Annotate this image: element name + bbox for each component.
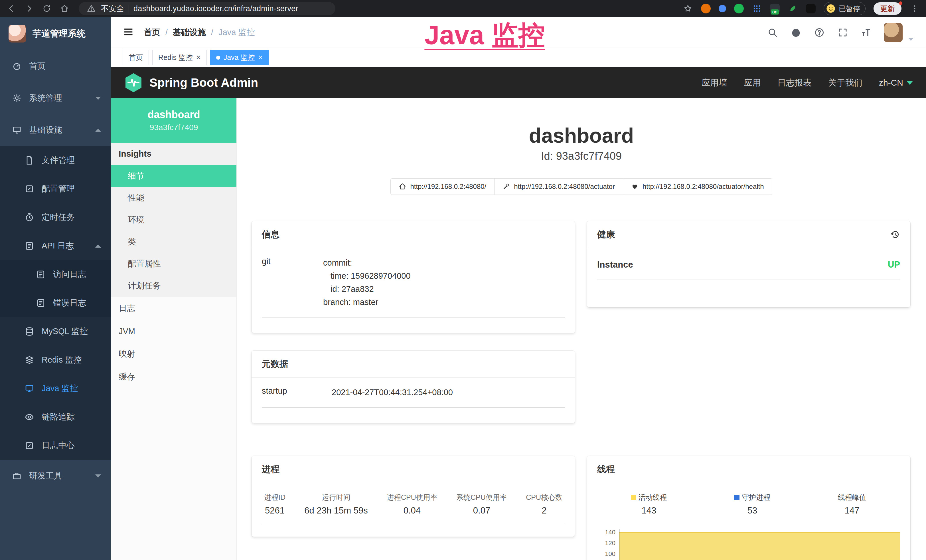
avatar-caret-icon (908, 38, 914, 41)
sba-item-details[interactable]: 细节 (111, 165, 236, 187)
sidebar-item-dev-tools[interactable]: 研发工具 (0, 460, 111, 492)
sba-item-loggers[interactable]: 日志 (111, 297, 236, 320)
caret-down-icon (906, 81, 913, 85)
metadata-startup-label: startup (262, 386, 332, 399)
sba-instance-block[interactable]: dashboard 93a3fc7f7409 (111, 98, 236, 143)
extension-icon-on[interactable]: on (770, 4, 780, 14)
info-card-title: 信息 (262, 229, 280, 241)
bookmark-star-icon[interactable] (683, 3, 693, 14)
dashboard-icon (12, 61, 22, 71)
sba-nav-wallboard[interactable]: 应用墙 (702, 77, 727, 89)
close-icon[interactable] (258, 54, 263, 61)
instance-title: dashboard (237, 124, 926, 147)
home-icon[interactable] (59, 3, 70, 14)
history-icon[interactable] (890, 230, 900, 239)
sidebar-item-api-log[interactable]: API 日志 (0, 232, 111, 260)
threads-area-fill (619, 532, 900, 560)
search-icon[interactable] (767, 27, 778, 38)
sba-item-environment[interactable]: 环境 (111, 209, 236, 231)
font-size-icon[interactable] (860, 27, 872, 38)
app-title: 芋道管理系统 (33, 28, 86, 40)
extension-icon-orange[interactable] (701, 4, 711, 14)
timer-icon (24, 212, 34, 222)
tab-java-monitor[interactable]: Java 监控 (210, 50, 269, 65)
sba-nav-journal[interactable]: 日志报表 (778, 77, 812, 89)
breadcrumb-section[interactable]: 基础设施 (173, 27, 218, 38)
sidebar-item-config-mgmt[interactable]: 配置管理 (0, 175, 111, 203)
github-icon[interactable] (790, 27, 802, 38)
forward-icon[interactable] (24, 3, 34, 14)
sidebar-item-mysql-monitor[interactable]: MySQL 监控 (0, 317, 111, 346)
fullscreen-icon[interactable] (837, 27, 849, 38)
user-avatar[interactable] (884, 23, 903, 42)
hamburger-icon[interactable] (123, 26, 134, 39)
app-logo[interactable]: 芋道管理系统 (0, 17, 111, 50)
sidebar-item-scheduled-jobs[interactable]: 定时任务 (0, 203, 111, 232)
back-icon[interactable] (6, 3, 17, 14)
extension-icon-leaf[interactable] (788, 3, 798, 14)
sidebar-item-access-log[interactable]: 访问日志 (0, 260, 111, 289)
close-icon[interactable] (196, 54, 201, 61)
browser-menu-icon[interactable] (909, 3, 920, 14)
sba-item-config-props[interactable]: 配置属性 (111, 253, 236, 275)
health-instance-label: Instance (597, 260, 633, 270)
sidebar-item-tracing[interactable]: 链路追踪 (0, 403, 111, 431)
extension-icon-puzzle[interactable] (806, 4, 816, 14)
tab-home[interactable]: 首页 (123, 50, 149, 65)
sba-item-caches[interactable]: 缓存 (111, 365, 236, 388)
breadcrumb: 首页 基础设施 Java 监控 (144, 27, 255, 38)
address-bar[interactable]: 不安全 dashboard.yudao.iocoder.cn/infra/adm… (79, 2, 335, 15)
redis-icon (24, 355, 34, 365)
reload-icon[interactable] (42, 3, 52, 14)
service-url-button[interactable]: http://192.168.0.2:48080/ (390, 178, 495, 195)
update-button[interactable]: 更新 (873, 2, 902, 15)
actuator-url-button[interactable]: http://192.168.0.2:48080/actuator (494, 178, 623, 195)
divider (129, 5, 129, 12)
info-git-row: git commit: time: 1596289704000 id: 27aa… (262, 256, 565, 318)
sba-item-jvm[interactable]: JVM (111, 320, 236, 343)
sba-nav-applications[interactable]: 应用 (744, 77, 761, 89)
sidebar-item-system-mgmt[interactable]: 系统管理 (0, 82, 111, 114)
sba-item-beans[interactable]: 类 (111, 231, 236, 253)
profile-chip-label: 已暂停 (839, 4, 860, 14)
sba-brand: Spring Boot Admin (150, 76, 258, 89)
database-icon (24, 327, 34, 336)
chevron-down-icon (95, 97, 101, 100)
metadata-card-title: 元数据 (262, 358, 288, 370)
metadata-startup-row: startup 2021-04-27T00:44:31.254+08:00 (262, 386, 565, 408)
on-badge: on (771, 9, 779, 15)
sidebar-item-log-center[interactable]: 日志中心 (0, 431, 111, 460)
sba-locale-select[interactable]: zh-CN (879, 78, 913, 88)
sidebar-item-home[interactable]: 首页 (0, 50, 111, 82)
process-card: 进程 进程ID 5261 运行时间 6d 23h 15m 59s (251, 456, 575, 537)
sidebar-item-file-mgmt[interactable]: 文件管理 (0, 146, 111, 175)
extension-icon-green[interactable] (734, 4, 744, 14)
edit-icon (24, 184, 34, 194)
profile-chip[interactable]: 已暂停 (824, 2, 865, 15)
breadcrumb-current: Java 监控 (218, 27, 255, 38)
wrench-icon (502, 183, 510, 190)
sba-item-scheduled-tasks[interactable]: 计划任务 (111, 275, 236, 297)
metadata-startup-value: 2021-04-27T00:44:31.254+08:00 (332, 386, 453, 399)
extension-icon-drop[interactable] (719, 5, 726, 12)
sidebar-item-redis-monitor[interactable]: Redis 监控 (0, 346, 111, 374)
threads-chart: 140 120 100 (597, 529, 900, 560)
sba-hexagon-icon (124, 73, 142, 93)
sba-nav-about[interactable]: 关于我们 (828, 77, 862, 89)
house-icon (399, 183, 406, 190)
threads-legend: 活动线程 143 守护进程 53 线程峰值 147 (597, 491, 900, 516)
sba-item-metrics[interactable]: 性能 (111, 187, 236, 209)
sidebar-item-java-monitor[interactable]: Java 监控 (0, 374, 111, 403)
sba-item-mappings[interactable]: 映射 (111, 343, 236, 365)
status-badge: UP (888, 260, 900, 270)
breadcrumb-home[interactable]: 首页 (144, 27, 173, 38)
tab-redis-monitor[interactable]: Redis 监控 (152, 50, 207, 65)
extension-icon-grid[interactable] (752, 3, 762, 14)
sidebar-item-error-log[interactable]: 错误日志 (0, 289, 111, 317)
sba-logo[interactable]: Spring Boot Admin (124, 73, 258, 93)
threads-card: 线程 活动线程 143 守护进程 53 (587, 456, 910, 560)
help-icon[interactable] (814, 27, 825, 38)
stat-process-cpu: 进程CPU使用率 0.04 (387, 493, 437, 516)
health-url-button[interactable]: http://192.168.0.2:48080/actuator/health (623, 178, 772, 195)
sidebar-item-infrastructure[interactable]: 基础设施 (0, 114, 111, 146)
